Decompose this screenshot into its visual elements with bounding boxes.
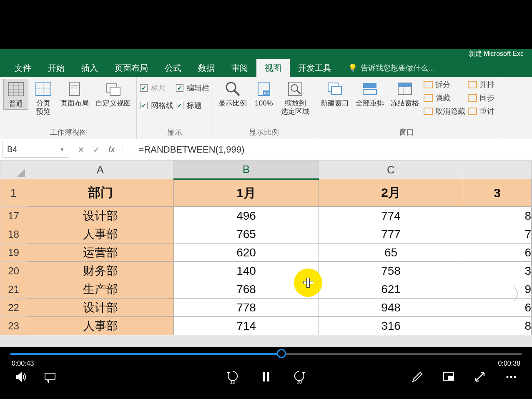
cell[interactable]: 65: [319, 243, 463, 262]
tab-file[interactable]: 文件: [6, 59, 40, 77]
svg-rect-25: [363, 90, 376, 95]
more-options-icon[interactable]: [505, 371, 517, 383]
select-all-corner[interactable]: [0, 161, 27, 179]
edit-icon[interactable]: [411, 371, 424, 383]
spreadsheet-grid[interactable]: A B C 1 部门 1月 2月 3 17设计部496774818人事部7657…: [0, 160, 532, 335]
svg-point-36: [514, 376, 516, 378]
cell[interactable]: 财务部: [27, 262, 174, 280]
svg-rect-24: [363, 83, 376, 88]
ruler-checkbox[interactable]: ✓标尺: [140, 83, 173, 93]
cell[interactable]: 777: [319, 225, 463, 243]
tab-page-layout[interactable]: 页面布局: [106, 59, 156, 77]
cell[interactable]: 774: [319, 207, 463, 225]
row-header[interactable]: 1: [0, 179, 27, 207]
cell[interactable]: 人事部: [27, 317, 174, 335]
group-window: 新建窗口 全部重排 冻结窗格 拆分 隐藏 取消隐藏: [315, 77, 498, 139]
headings-checkbox[interactable]: ✓标题: [176, 100, 209, 110]
split-button[interactable]: 拆分: [424, 80, 465, 90]
normal-view-button[interactable]: 普通: [3, 79, 28, 110]
cell[interactable]: 2月: [319, 179, 463, 207]
cell[interactable]: 1月: [174, 179, 319, 207]
column-header-C[interactable]: C: [319, 161, 463, 179]
column-header-A[interactable]: A: [27, 161, 174, 179]
cell[interactable]: 8: [463, 207, 532, 225]
skip-back-button[interactable]: 10: [226, 370, 239, 384]
subtitles-icon[interactable]: [44, 371, 56, 383]
freeze-panes-button[interactable]: 冻结窗格: [389, 79, 421, 109]
row-header[interactable]: 18: [0, 225, 27, 243]
page-break-preview-button[interactable]: 分页 预览: [31, 79, 56, 118]
tab-insert[interactable]: 插入: [73, 59, 106, 77]
zoom-button[interactable]: 显示比例: [216, 79, 249, 109]
video-player-controls: 0:00:43 0:00:38 10 30: [0, 347, 532, 399]
row-header[interactable]: 17: [0, 207, 27, 225]
spreadsheet-area: A B C 1 部门 1月 2月 3 17设计部496774818人事部7657…: [0, 160, 532, 347]
cell[interactable]: 运营部: [27, 243, 174, 262]
zoom-100-button[interactable]: 100 100%: [251, 79, 276, 109]
cell[interactable]: 设计部: [27, 299, 174, 317]
cell[interactable]: 生产部: [27, 280, 174, 299]
cancel-formula-icon[interactable]: ✕: [78, 145, 85, 155]
progress-bar[interactable]: [0, 347, 532, 360]
svg-point-14: [226, 83, 236, 92]
tab-review[interactable]: 审阅: [223, 59, 256, 77]
progress-thumb[interactable]: [277, 349, 286, 358]
custom-views-button[interactable]: 自定义视图: [93, 79, 133, 109]
tell-me-search[interactable]: 💡 告诉我您想要做什么...: [348, 59, 434, 77]
cell[interactable]: 765: [174, 225, 319, 243]
gridlines-checkbox[interactable]: ✓网格线: [140, 100, 173, 110]
cell[interactable]: 621: [319, 280, 463, 299]
cell[interactable]: 758: [319, 262, 463, 280]
hide-button[interactable]: 隐藏: [424, 93, 465, 103]
cell[interactable]: 3: [463, 179, 532, 207]
pause-button[interactable]: [260, 371, 272, 383]
row-header[interactable]: 19: [0, 243, 27, 262]
zoom-selection-button[interactable]: 缩放到 选定区域: [279, 79, 311, 118]
tab-data[interactable]: 数据: [190, 59, 223, 77]
cell[interactable]: 8: [463, 317, 532, 335]
sync-scroll-button[interactable]: 同步: [468, 93, 494, 103]
cell[interactable]: 部门: [27, 179, 174, 207]
skip-forward-button[interactable]: 30: [293, 370, 306, 384]
group-workbook-views: 普通 分页 预览 页面布局: [0, 77, 137, 139]
volume-icon[interactable]: [15, 371, 27, 383]
tab-home[interactable]: 开始: [40, 59, 73, 77]
fx-button[interactable]: fx: [108, 145, 123, 155]
cell[interactable]: 948: [319, 299, 463, 317]
split-icon: [424, 81, 433, 88]
unhide-button[interactable]: 取消隐藏: [424, 106, 465, 116]
cell[interactable]: 6: [463, 243, 532, 262]
row-header[interactable]: 20: [0, 262, 27, 280]
svg-rect-9: [70, 82, 80, 95]
cell[interactable]: 7: [463, 225, 532, 243]
cell[interactable]: 316: [319, 317, 463, 335]
mini-player-icon[interactable]: [442, 371, 455, 383]
cell[interactable]: 3: [463, 262, 532, 280]
cell[interactable]: 620: [174, 243, 319, 262]
cell[interactable]: 人事部: [27, 225, 174, 243]
arrange-all-button[interactable]: 全部重排: [354, 79, 386, 109]
enter-formula-icon[interactable]: ✓: [93, 145, 100, 155]
tab-developer[interactable]: 开发工具: [290, 59, 340, 77]
row-header[interactable]: 23: [0, 317, 27, 335]
formula-bar-checkbox[interactable]: ✓编辑栏: [176, 83, 209, 93]
scroll-left-icon[interactable]: 〈: [3, 283, 20, 306]
column-header-B[interactable]: B: [174, 161, 319, 179]
cell[interactable]: 714: [174, 317, 319, 335]
cell[interactable]: 778: [174, 299, 319, 317]
new-window-button[interactable]: 新建窗口: [319, 79, 351, 109]
scroll-right-icon[interactable]: 〉: [512, 283, 529, 306]
fullscreen-icon[interactable]: [474, 371, 486, 383]
side-by-side-button[interactable]: 并排: [468, 80, 494, 90]
column-header-D[interactable]: [463, 161, 532, 179]
formula-input[interactable]: =RANDBETWEEN(1,999): [131, 144, 529, 155]
cell[interactable]: 496: [174, 207, 319, 225]
tab-view[interactable]: 视图: [256, 59, 290, 77]
tab-formulas[interactable]: 公式: [156, 59, 190, 77]
reset-position-button[interactable]: 重讨: [468, 106, 494, 116]
side-by-side-icon: [468, 81, 477, 88]
name-box[interactable]: B4 ▼: [3, 142, 69, 158]
page-layout-button[interactable]: 页面布局: [58, 79, 91, 109]
tell-me-text: 告诉我您想要做什么...: [361, 63, 434, 73]
cell[interactable]: 设计部: [27, 207, 174, 225]
